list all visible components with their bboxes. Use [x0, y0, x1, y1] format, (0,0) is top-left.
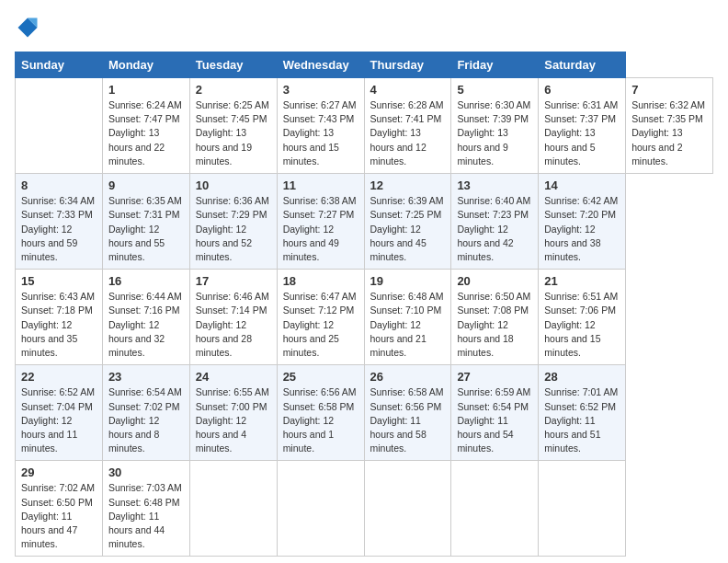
calendar-week-row: 22 Sunrise: 6:52 AMSunset: 7:04 PMDaylig…: [16, 365, 713, 461]
day-number: 15: [21, 274, 97, 288]
day-info: Sunrise: 6:54 AMSunset: 7:02 PMDaylight:…: [108, 385, 184, 455]
day-info: Sunrise: 6:47 AMSunset: 7:12 PMDaylight:…: [283, 290, 358, 360]
calendar-cell: 6 Sunrise: 6:31 AMSunset: 7:37 PMDayligh…: [539, 78, 626, 174]
calendar-cell-empty: [16, 78, 103, 174]
day-number: 8: [21, 178, 97, 192]
calendar-cell: 25 Sunrise: 6:56 AMSunset: 6:58 PMDaylig…: [277, 365, 364, 461]
day-number: 1: [108, 83, 184, 97]
day-number: 24: [196, 370, 271, 384]
calendar-week-row: 15 Sunrise: 6:43 AMSunset: 7:18 PMDaylig…: [16, 270, 713, 365]
calendar-cell: 27 Sunrise: 6:59 AMSunset: 6:54 PMDaylig…: [451, 365, 539, 461]
calendar-cell: 12 Sunrise: 6:39 AMSunset: 7:25 PMDaylig…: [364, 174, 451, 270]
day-info: Sunrise: 6:46 AMSunset: 7:14 PMDaylight:…: [196, 290, 271, 360]
day-number: 6: [544, 83, 620, 97]
weekday-header-row: SundayMondayTuesdayWednesdayThursdayFrid…: [16, 52, 713, 78]
logo-icon: [15, 15, 40, 40]
day-number: 29: [21, 465, 97, 479]
calendar-cell: 23 Sunrise: 6:54 AMSunset: 7:02 PMDaylig…: [102, 365, 189, 461]
day-info: Sunrise: 6:38 AMSunset: 7:27 PMDaylight:…: [283, 194, 358, 264]
day-number: 3: [283, 83, 358, 97]
day-info: Sunrise: 6:55 AMSunset: 7:00 PMDaylight:…: [196, 385, 271, 455]
day-number: 4: [370, 83, 446, 97]
day-info: Sunrise: 6:48 AMSunset: 7:10 PMDaylight:…: [370, 290, 446, 360]
calendar-week-row: 1 Sunrise: 6:24 AMSunset: 7:47 PMDayligh…: [16, 78, 713, 174]
day-info: Sunrise: 6:34 AMSunset: 7:33 PMDaylight:…: [21, 194, 97, 264]
day-number: 28: [544, 370, 620, 384]
day-info: Sunrise: 6:50 AMSunset: 7:08 PMDaylight:…: [457, 290, 532, 360]
day-number: 18: [283, 274, 358, 288]
weekday-header-monday: Monday: [102, 52, 189, 78]
day-number: 11: [283, 178, 358, 192]
day-info: Sunrise: 6:27 AMSunset: 7:43 PMDaylight:…: [283, 98, 358, 168]
day-info: Sunrise: 6:28 AMSunset: 7:41 PMDaylight:…: [370, 98, 446, 168]
weekday-header-sunday: Sunday: [16, 52, 103, 78]
calendar-cell: 21 Sunrise: 6:51 AMSunset: 7:06 PMDaylig…: [539, 270, 626, 365]
calendar-cell: 7 Sunrise: 6:32 AMSunset: 7:35 PMDayligh…: [626, 78, 713, 174]
weekday-header-wednesday: Wednesday: [277, 52, 364, 78]
weekday-header-thursday: Thursday: [364, 52, 451, 78]
day-info: Sunrise: 6:32 AMSunset: 7:35 PMDaylight:…: [631, 98, 707, 168]
calendar-cell: 8 Sunrise: 6:34 AMSunset: 7:33 PMDayligh…: [16, 174, 103, 270]
calendar-cell-empty: [539, 461, 626, 557]
calendar-cell: 2 Sunrise: 6:25 AMSunset: 7:45 PMDayligh…: [189, 78, 277, 174]
day-info: Sunrise: 6:35 AMSunset: 7:31 PMDaylight:…: [108, 194, 184, 264]
calendar-week-row: 29 Sunrise: 7:02 AMSunset: 6:50 PMDaylig…: [16, 461, 713, 557]
calendar-cell: 22 Sunrise: 6:52 AMSunset: 7:04 PMDaylig…: [16, 365, 103, 461]
day-number: 17: [196, 274, 271, 288]
weekday-header-saturday: Saturday: [539, 52, 626, 78]
day-number: 20: [457, 274, 532, 288]
day-number: 25: [283, 370, 358, 384]
page-header: [15, 15, 713, 40]
day-number: 21: [544, 274, 620, 288]
day-info: Sunrise: 6:52 AMSunset: 7:04 PMDaylight:…: [21, 385, 97, 455]
day-info: Sunrise: 6:44 AMSunset: 7:16 PMDaylight:…: [108, 290, 184, 360]
calendar-cell-empty: [364, 461, 451, 557]
calendar-cell: 26 Sunrise: 6:58 AMSunset: 6:56 PMDaylig…: [364, 365, 451, 461]
day-number: 5: [457, 83, 532, 97]
calendar-cell: 1 Sunrise: 6:24 AMSunset: 7:47 PMDayligh…: [102, 78, 189, 174]
day-number: 2: [196, 83, 271, 97]
calendar-cell: 19 Sunrise: 6:48 AMSunset: 7:10 PMDaylig…: [364, 270, 451, 365]
logo: [15, 15, 44, 40]
calendar-cell: 5 Sunrise: 6:30 AMSunset: 7:39 PMDayligh…: [451, 78, 539, 174]
day-number: 26: [370, 370, 446, 384]
day-info: Sunrise: 7:02 AMSunset: 6:50 PMDaylight:…: [21, 481, 97, 551]
calendar-cell: 3 Sunrise: 6:27 AMSunset: 7:43 PMDayligh…: [277, 78, 364, 174]
day-number: 27: [457, 370, 532, 384]
calendar-cell-empty: [189, 461, 277, 557]
calendar-cell: 9 Sunrise: 6:35 AMSunset: 7:31 PMDayligh…: [102, 174, 189, 270]
day-number: 14: [544, 178, 620, 192]
day-info: Sunrise: 6:30 AMSunset: 7:39 PMDaylight:…: [457, 98, 532, 168]
day-info: Sunrise: 6:58 AMSunset: 6:56 PMDaylight:…: [370, 385, 446, 455]
day-info: Sunrise: 6:39 AMSunset: 7:25 PMDaylight:…: [370, 194, 446, 264]
calendar-cell: 14 Sunrise: 6:42 AMSunset: 7:20 PMDaylig…: [539, 174, 626, 270]
day-info: Sunrise: 6:31 AMSunset: 7:37 PMDaylight:…: [544, 98, 620, 168]
calendar-cell: 10 Sunrise: 6:36 AMSunset: 7:29 PMDaylig…: [189, 174, 277, 270]
day-number: 10: [196, 178, 271, 192]
day-number: 30: [108, 465, 184, 479]
calendar-cell-empty: [451, 461, 539, 557]
day-number: 23: [108, 370, 184, 384]
day-info: Sunrise: 6:36 AMSunset: 7:29 PMDaylight:…: [196, 194, 271, 264]
calendar-cell: 13 Sunrise: 6:40 AMSunset: 7:23 PMDaylig…: [451, 174, 539, 270]
calendar-cell: 17 Sunrise: 6:46 AMSunset: 7:14 PMDaylig…: [189, 270, 277, 365]
calendar-cell: 16 Sunrise: 6:44 AMSunset: 7:16 PMDaylig…: [102, 270, 189, 365]
calendar-cell: 4 Sunrise: 6:28 AMSunset: 7:41 PMDayligh…: [364, 78, 451, 174]
day-info: Sunrise: 6:40 AMSunset: 7:23 PMDaylight:…: [457, 194, 532, 264]
day-number: 9: [108, 178, 184, 192]
calendar-cell: 24 Sunrise: 6:55 AMSunset: 7:00 PMDaylig…: [189, 365, 277, 461]
day-info: Sunrise: 6:56 AMSunset: 6:58 PMDaylight:…: [283, 385, 358, 455]
day-info: Sunrise: 6:51 AMSunset: 7:06 PMDaylight:…: [544, 290, 620, 360]
calendar-cell: 30 Sunrise: 7:03 AMSunset: 6:48 PMDaylig…: [102, 461, 189, 557]
calendar-cell: 20 Sunrise: 6:50 AMSunset: 7:08 PMDaylig…: [451, 270, 539, 365]
day-info: Sunrise: 7:03 AMSunset: 6:48 PMDaylight:…: [108, 481, 184, 551]
calendar-cell: 18 Sunrise: 6:47 AMSunset: 7:12 PMDaylig…: [277, 270, 364, 365]
day-number: 7: [631, 83, 707, 97]
weekday-header-friday: Friday: [451, 52, 539, 78]
day-number: 12: [370, 178, 446, 192]
calendar-table: SundayMondayTuesdayWednesdayThursdayFrid…: [15, 52, 713, 557]
calendar-cell: 29 Sunrise: 7:02 AMSunset: 6:50 PMDaylig…: [16, 461, 103, 557]
calendar-cell-empty: [277, 461, 364, 557]
calendar-cell: 11 Sunrise: 6:38 AMSunset: 7:27 PMDaylig…: [277, 174, 364, 270]
day-number: 19: [370, 274, 446, 288]
